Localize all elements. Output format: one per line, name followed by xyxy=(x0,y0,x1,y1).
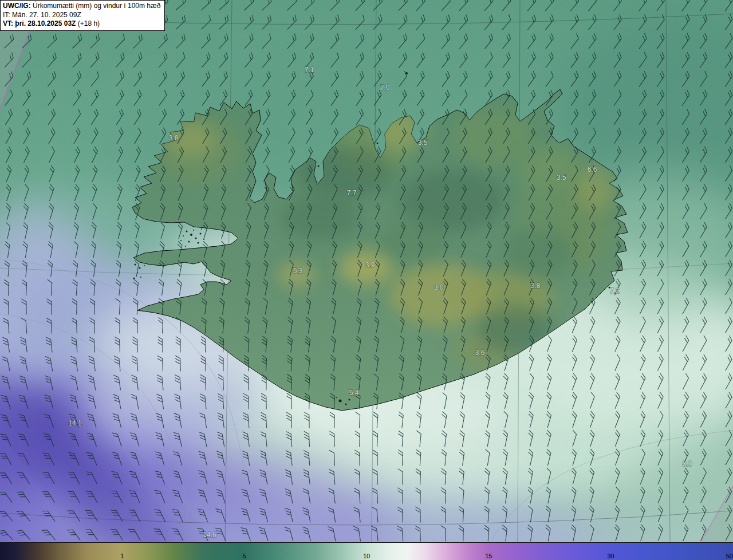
colorbar-ticks: 1510153050 xyxy=(0,543,733,560)
map-value-label: 6.6 xyxy=(588,165,597,173)
map-value-label: 3.8 xyxy=(169,134,179,142)
map-value-label: 3.5 xyxy=(557,173,566,182)
valid-time-main: VT: þri. 28.10.2025 03Z xyxy=(3,19,76,27)
colorbar-tick: 30 xyxy=(607,553,614,559)
valid-time-offset: (+18 h) xyxy=(76,19,100,27)
colorbar-tick: 50 xyxy=(726,553,733,559)
map-value-label: 7.2 xyxy=(610,287,620,295)
colorbar-tick: 5 xyxy=(243,553,246,559)
map-value-label: 3.6 xyxy=(475,349,485,357)
map-title-text: Úrkomumætti (mm) og vindur í 100m hæð xyxy=(31,2,161,10)
map-value-label: 3.0 xyxy=(434,283,444,291)
map-value-label: 5.3 xyxy=(293,267,303,275)
weather-map-app: 7.17.03.83.56.63.57.73.95.33.03.87.23.65… xyxy=(0,0,733,560)
valid-time: VT: þri. 28.10.2025 03Z (+18 h) xyxy=(3,19,160,29)
map-value-label: 3.9 xyxy=(365,261,375,269)
model-id-label: UWC/IG: xyxy=(3,2,31,10)
map-value-label: 7.1 xyxy=(305,66,314,74)
colorbar-legend: 1510153050 xyxy=(0,542,733,560)
map-value-label: 8.0 xyxy=(683,460,692,468)
map-value-label: 7.7 xyxy=(347,189,357,197)
map-value-label: 14.6 xyxy=(203,531,216,539)
map-value-label: 5.4 xyxy=(349,389,359,397)
map-value-label: 3.5 xyxy=(418,139,428,147)
map-svg: 7.17.03.83.56.63.57.73.95.33.03.87.23.65… xyxy=(0,0,733,543)
map-value-label: 3.8 xyxy=(531,282,541,290)
colorbar-tick: 10 xyxy=(363,553,370,559)
map-value-label: 14.1 xyxy=(68,419,82,427)
map-value-label: 7.0 xyxy=(380,84,390,92)
map-title: UWC/IG: Úrkomumætti (mm) og vindur í 100… xyxy=(3,2,160,11)
title-box: UWC/IG: Úrkomumætti (mm) og vindur í 100… xyxy=(0,0,165,31)
init-time: IT: Mán. 27. 10. 2025 09Z xyxy=(3,11,160,20)
colorbar-tick: 1 xyxy=(120,553,124,559)
map-canvas: 7.17.03.83.56.63.57.73.95.33.03.87.23.65… xyxy=(0,0,733,543)
colorbar-tick: 15 xyxy=(485,553,492,559)
